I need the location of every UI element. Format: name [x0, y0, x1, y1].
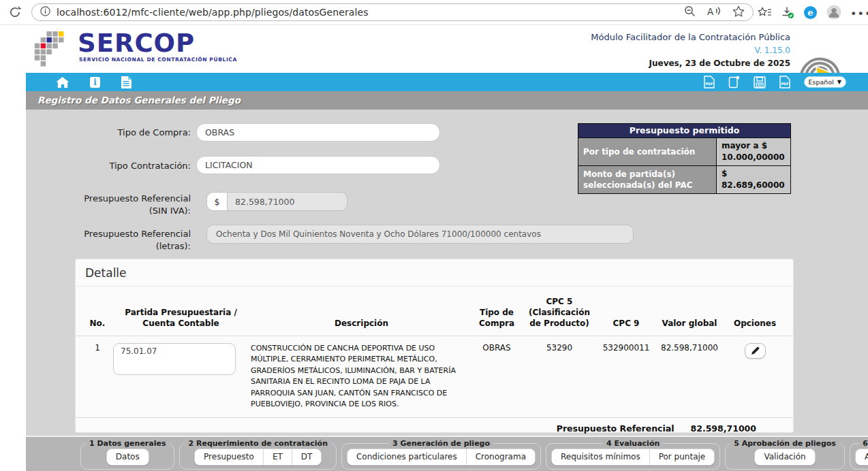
reload-icon[interactable]	[8, 5, 22, 19]
main-content: Tipo de Compra: Tipo Contratación: Presu…	[26, 110, 868, 436]
cronograma-button[interactable]: Cronograma	[466, 449, 535, 465]
table-row: 1 CONSTRUCCIÓN DE CANCHA DEPORTIVA DE US…	[76, 336, 793, 418]
col-cpc9: CPC 9	[598, 287, 655, 336]
app-window: localhost:6012/mfc-cliente/web/app.php/p…	[0, 0, 868, 471]
presupuesto-sin-iva-value: 82.598,71000	[228, 193, 347, 210]
nav-group-generacion-pliego: 3 Generación de pliego Condiciones parti…	[341, 439, 541, 470]
ie-mode-icon[interactable]: e	[803, 5, 818, 22]
module-title: Módulo Facilitador de la Contratación Pú…	[591, 31, 790, 44]
archivos-button[interactable]: Archivos	[855, 449, 868, 466]
svg-text:e: e	[807, 7, 813, 18]
col-cpc5: CPC 5 (Clasificación de Producto)	[521, 287, 598, 336]
footer-value: 82.598,71000	[691, 423, 756, 434]
browser-toolbar: localhost:6012/mfc-cliente/web/app.php/p…	[0, 0, 868, 25]
current-date: Jueves, 23 de Octubre de 2025	[591, 57, 790, 70]
download-icon[interactable]	[781, 6, 794, 22]
requisitos-minimos-button[interactable]: Requisitos mínimos	[552, 449, 649, 465]
nav-group-evaluacion: 4 Evaluación Requisitos mínimos Por punt…	[546, 439, 720, 470]
cell-tipo-compra: OBRAS	[472, 336, 521, 410]
nav-group-anexos: 6 Anexos Archivos	[850, 439, 868, 470]
cell-no: 1	[84, 336, 111, 410]
presupuesto-sin-iva-label: Presupuesto Referencial (SIN IVA):	[26, 193, 191, 216]
nav-group-legend: 1 Datos generales	[86, 439, 169, 448]
wizard-navigation: 1 Datos generales Datos 2 Requerimiento …	[26, 436, 868, 471]
presupuesto-button[interactable]: Presupuesto	[195, 449, 263, 465]
language-value: Español	[809, 78, 834, 86]
cell-partida	[111, 336, 251, 410]
detalle-footer: Presupuesto Referencial 82.598,71000	[76, 418, 793, 434]
sercop-logo-mosaic	[34, 31, 65, 67]
version-label[interactable]: V. 1.15.0	[591, 44, 790, 57]
validacion-button[interactable]: Validación	[754, 449, 815, 466]
more-menu-icon[interactable]: •••	[850, 7, 868, 20]
col-no: No.	[84, 287, 111, 336]
col-valor-global: Valor global	[655, 287, 724, 336]
nav-group-legend: 6 Anexos	[859, 439, 868, 448]
presupuesto-letras-label: Presupuesto Referencial (letras):	[26, 228, 191, 252]
nav-group-aprobacion: 5 Aprobación de pliegos Validación	[725, 439, 845, 470]
cell-valor-global: 82.598,71000	[655, 336, 724, 410]
zoom-out-icon[interactable]	[684, 5, 696, 20]
sercop-logo-subtitle: SERVICIO NACIONAL DE CONTRATACIÓN PÚBLIC…	[79, 56, 237, 63]
pp-row-value: $ 82.689,60000	[717, 166, 790, 193]
svg-text:PDF: PDF	[705, 82, 713, 86]
svg-text:PDF: PDF	[781, 82, 788, 86]
page-info-icon[interactable]	[40, 6, 50, 19]
nav-group-datos-generales: 1 Datos generales Datos	[80, 439, 174, 470]
tipo-compra-label: Tipo de Compra:	[26, 127, 191, 137]
svg-text:A: A	[707, 6, 714, 17]
tipo-contratacion-input[interactable]	[196, 156, 440, 174]
browser-actions: e •••	[758, 5, 868, 22]
nav-group-legend: 2 Requerimiento de contratación	[185, 439, 330, 448]
app-toolbar: i PDF PDF Español ▼	[26, 73, 868, 91]
presupuesto-letras-value: Ochenta y Dos Mil Quinientos Noventa y O…	[206, 225, 634, 244]
col-opciones: Opciones	[724, 287, 786, 336]
pp-row-value: mayor a $ 10.000,00000	[717, 138, 790, 165]
currency-symbol: $	[207, 193, 228, 210]
cell-opciones	[724, 336, 786, 410]
detalle-card: Detalle No. Partida Presupuestaria / Cue…	[75, 259, 794, 433]
url-text[interactable]: localhost:6012/mfc-cliente/web/app.php/p…	[57, 7, 369, 18]
col-descripcion: Descripción	[251, 287, 472, 336]
favorite-star-icon[interactable]	[732, 5, 745, 20]
pp-row-label: Monto de partida(s) seleccionada(s) del …	[578, 166, 717, 193]
favorites-bar-icon[interactable]	[758, 7, 772, 21]
col-tipo-compra: Tipo de Compra	[472, 287, 521, 336]
cell-cpc9: 532900011	[598, 336, 655, 410]
home-icon[interactable]	[56, 77, 69, 88]
profile-avatar[interactable]	[826, 5, 841, 22]
edit-pencil-icon[interactable]	[745, 343, 766, 359]
info-icon[interactable]: i	[90, 77, 100, 88]
nav-group-legend: 4 Evaluación	[603, 439, 663, 448]
presupuesto-sin-iva-field: $ 82.598,71000	[206, 192, 347, 211]
datos-button[interactable]: Datos	[106, 449, 149, 466]
presupuesto-permitido-title: Presupuesto permitido	[578, 124, 790, 138]
cell-descripcion: CONSTRUCCIÓN DE CANCHA DEPORTIVA DE USO …	[251, 336, 472, 410]
app-header: SERCOP SERVICIO NACIONAL DE CONTRATACIÓN…	[0, 25, 868, 73]
nav-group-legend: 3 Generación de pliego	[389, 439, 493, 448]
footer-label: Presupuesto Referencial	[557, 423, 675, 434]
document-icon[interactable]	[121, 76, 131, 88]
condiciones-particulares-button[interactable]: Condiciones particulares	[347, 449, 466, 465]
nav-group-legend: 5 Aprobación de pliegos	[730, 439, 839, 448]
table-row: Monto de partida(s) seleccionada(s) del …	[578, 165, 790, 193]
language-select[interactable]: Español ▼	[804, 76, 846, 88]
nav-group-requerimiento: 2 Requerimiento de contratación Presupue…	[179, 439, 336, 470]
por-puntaje-button[interactable]: Por puntaje	[649, 449, 715, 465]
partida-input[interactable]	[113, 343, 236, 375]
detalle-title: Detalle	[76, 259, 793, 286]
col-partida: Partida Presupuestaria / Cuenta Contable	[111, 287, 251, 336]
table-row: Por tipo de contratación mayor a $ 10.00…	[578, 138, 790, 165]
dt-button[interactable]: DT	[292, 449, 322, 465]
detalle-table-header: No. Partida Presupuestaria / Cuenta Cont…	[76, 287, 793, 336]
pdf-icon[interactable]: PDF	[704, 76, 715, 88]
address-bar[interactable]: localhost:6012/mfc-cliente/web/app.php/p…	[31, 3, 754, 21]
read-aloud-icon[interactable]: A	[707, 5, 721, 19]
et-button[interactable]: ET	[263, 449, 292, 465]
chevron-down-icon: ▼	[837, 79, 841, 85]
save-icon[interactable]	[754, 76, 766, 88]
pdf-export-icon[interactable]: PDF	[779, 76, 790, 88]
tipo-compra-input[interactable]	[196, 123, 440, 142]
presupuesto-permitido-table: Presupuesto permitido Por tipo de contra…	[578, 123, 791, 194]
new-document-icon[interactable]	[728, 76, 740, 88]
